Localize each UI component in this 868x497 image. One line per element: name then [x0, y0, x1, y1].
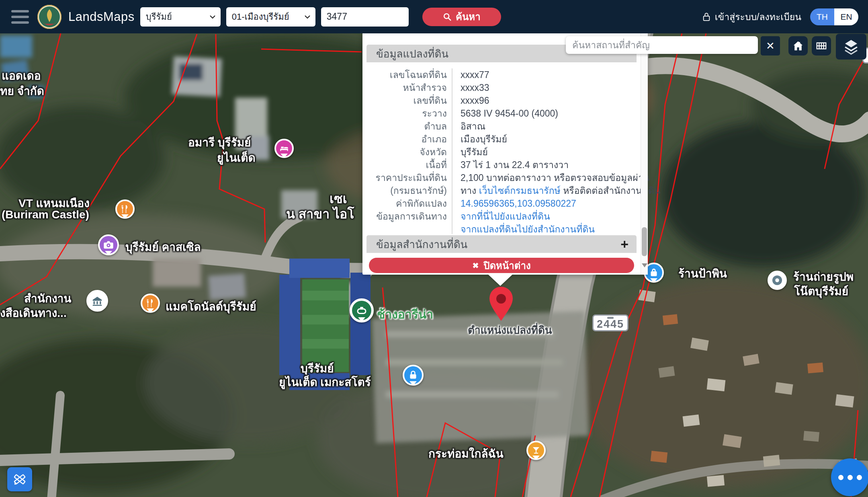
- grid-view-button[interactable]: [812, 36, 831, 55]
- restaurant-pin-mcdonalds[interactable]: [141, 294, 160, 313]
- more-options-fab[interactable]: [831, 458, 868, 496]
- bar-pin-cottage[interactable]: [526, 441, 546, 460]
- treasury-website-link[interactable]: เว็บไซต์กรมธนารักษ์: [479, 185, 561, 196]
- map-label-amari-line2: ยูไนเต็ด: [217, 149, 256, 166]
- map-label-parcel-position: ตำแหน่งแปลงที่ดิน: [468, 322, 552, 338]
- parcel-info-popup: ข้อมูลแปลงที่ดิน เลขโฉนดที่ดิน xxxx77 หน…: [362, 32, 648, 275]
- search-button[interactable]: ค้นหา: [422, 8, 501, 26]
- row-label-coordinates: ค่าพิกัดแปลง: [362, 197, 447, 210]
- map-label-papin: ร้านป้าพิน: [678, 265, 727, 282]
- row-label: เนื้อที่: [362, 158, 447, 171]
- home-button[interactable]: [788, 36, 808, 55]
- row-value: 37 ไร่ 1 งาน 22.4 ตารางวา: [461, 158, 569, 171]
- parcel-number-input[interactable]: [321, 7, 409, 27]
- restaurant-pin-vt[interactable]: [115, 199, 135, 219]
- map-label-megastore-line2: ยูไนเต็ด เมกะสโตร์: [279, 373, 371, 391]
- route-to-office-link[interactable]: จากแปลงที่ดินไปยังสำนักงานที่ดิน: [461, 223, 595, 236]
- row-label: หน้าสำรวจ: [362, 81, 447, 94]
- coordinates-link[interactable]: 14.96596365,103.09580227: [461, 197, 576, 210]
- parcel-position-marker[interactable]: [487, 287, 515, 324]
- map-label-cottage: กระท่อมใกล้ฉัน: [428, 445, 504, 462]
- row-value: xxxx96: [461, 94, 489, 107]
- attraction-pin[interactable]: [98, 234, 119, 255]
- fork-knife-icon: [145, 298, 155, 308]
- column-divider: [452, 68, 452, 234]
- map-label-vt-line2: (Buriram Castle): [2, 208, 89, 221]
- topbar-right-group: เข้าสู่ระบบ/ลงทะเบียน TH EN: [702, 8, 858, 25]
- close-x-icon: ✕: [766, 40, 775, 52]
- measure-tools-button[interactable]: [7, 467, 32, 491]
- map-label-mcdonalds: แมคโดนัลด์บุรีรัมย์: [166, 298, 256, 315]
- row-value-assess-line1: 2,100 บาทต่อตารางวา หรือตรวจสอบข้อมูลผ่า…: [461, 171, 649, 184]
- ellipsis-dot: [838, 475, 843, 480]
- map-label-company-line2: ทย จำกัด: [0, 82, 44, 100]
- hotel-pin[interactable]: [274, 139, 294, 158]
- row-label: เลขโฉนดที่ดิน: [362, 68, 447, 81]
- place-search-input[interactable]: [566, 36, 758, 54]
- popup-scrollbar[interactable]: [641, 32, 648, 275]
- scrollbar-down-arrow[interactable]: [642, 263, 647, 267]
- photo-shop-pin[interactable]: [768, 271, 787, 290]
- lang-en-button[interactable]: EN: [834, 8, 858, 25]
- login-register-link[interactable]: เข้าสู่ระบบ/ลงทะเบียน: [702, 10, 801, 24]
- stadium-icon: [356, 304, 368, 316]
- expand-plus-icon[interactable]: +: [620, 238, 628, 250]
- map-label-seven-line2: น สาขา ไอโ: [286, 203, 354, 224]
- cocktail-icon: [531, 446, 541, 455]
- camera-icon: [103, 239, 114, 251]
- row-label: อำเภอ: [362, 133, 447, 146]
- row-label: เลขที่ดิน: [362, 94, 447, 107]
- map-label-castle: บุรีรัมย์ คาสเซิล: [125, 238, 201, 256]
- bed-icon: [279, 143, 289, 154]
- app-title: LandsMaps: [68, 10, 135, 24]
- layers-icon: [843, 38, 859, 55]
- lang-th-button[interactable]: TH: [810, 8, 834, 25]
- row-label: ระวาง: [362, 107, 447, 120]
- map-label-photo-line2: โน๊ตบุรีรัมย์: [794, 282, 848, 300]
- route-to-parcel-link[interactable]: จากที่นี่ไปยังแปลงที่ดิน: [461, 210, 550, 223]
- assess-text-pre: ทาง: [461, 185, 479, 196]
- row-label-travel: ข้อมูลการเดินทาง: [362, 210, 447, 223]
- search-button-label: ค้นหา: [456, 9, 481, 25]
- fork-knife-icon: [120, 204, 130, 214]
- section-header-land-office[interactable]: ข้อมูลสำนักงานที่ดิน +: [366, 235, 637, 253]
- close-button-label: ปิดหน้าต่าง: [483, 258, 530, 273]
- close-popup-button[interactable]: ✖ ปิดหน้าต่าง: [369, 258, 634, 273]
- circle-dot-icon: [770, 273, 784, 287]
- map-label-chang-arena: ช้างอารีน่า: [377, 305, 433, 324]
- row-value: xxxx33: [461, 81, 489, 94]
- map-label-passport-line2: งสือเดินทาง...: [0, 304, 67, 322]
- home-icon: [792, 40, 804, 52]
- highway-shield-2445: 2445: [592, 314, 628, 331]
- ellipsis-dot: [857, 475, 862, 480]
- search-icon: [443, 12, 452, 21]
- government-office-pin[interactable]: [86, 290, 108, 312]
- scrollbar-thumb[interactable]: [642, 227, 647, 256]
- chevron-down-icon: [209, 15, 216, 19]
- login-label: เข้าสู่ระบบ/ลงทะเบียน: [715, 10, 801, 24]
- museum-building-icon: [91, 295, 103, 307]
- row-label: ตำบล: [362, 120, 447, 133]
- row-value: 5638 IV 9454-00 (4000): [461, 107, 558, 120]
- province-selected-value: บุรีรัมย์: [146, 10, 172, 24]
- shopping-bag-icon: [649, 267, 659, 278]
- row-value: เมืองบุรีรัมย์: [461, 133, 507, 146]
- megastore-pin[interactable]: [403, 365, 424, 386]
- lock-icon: [702, 12, 711, 22]
- popup-tail: [487, 274, 513, 286]
- row-value-assess-line2: ทาง เว็บไซต์กรมธนารักษ์ หรือติดต่อสำนักง…: [461, 184, 660, 197]
- province-select[interactable]: บุรีรัมย์: [140, 7, 221, 27]
- district-select[interactable]: 01-เมืองบุรีรัมย์: [226, 7, 315, 27]
- search-close-button[interactable]: ✕: [761, 36, 780, 55]
- stadium-pin-chang-arena[interactable]: [350, 298, 374, 322]
- layers-button[interactable]: [836, 34, 866, 60]
- section-title: ข้อมูลสำนักงานที่ดิน: [376, 236, 467, 253]
- hamburger-menu-icon[interactable]: [11, 10, 29, 24]
- section-title: ข้อมูลแปลงที่ดิน: [376, 45, 448, 62]
- row-value: อิสาณ: [461, 120, 485, 133]
- row-label-assess-line1: ราคาประเมินที่ดิน: [362, 171, 447, 184]
- ellipsis-dot: [848, 475, 853, 480]
- map-pin-icon: [487, 287, 515, 322]
- close-x-icon: ✖: [472, 261, 479, 270]
- department-of-lands-logo: [37, 4, 62, 29]
